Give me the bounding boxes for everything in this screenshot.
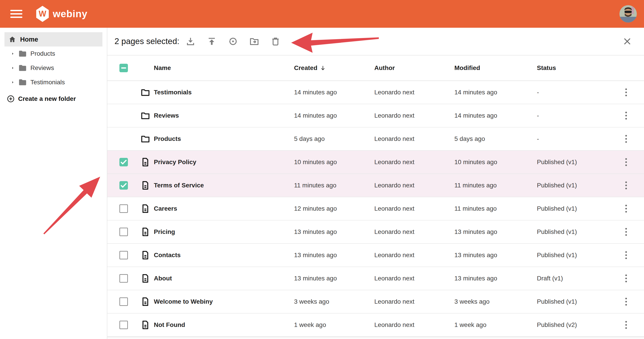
row-name[interactable]: Reviews xyxy=(154,112,179,119)
folder-icon xyxy=(18,49,27,58)
row-menu-button[interactable] xyxy=(621,203,632,214)
row-created: 13 minutes ago xyxy=(294,252,337,259)
row-created: 1 week ago xyxy=(294,321,326,328)
table-row[interactable]: About 13 minutes ago Leonardo next 13 mi… xyxy=(107,267,644,290)
folder-tree-sidebar: Home Products Reviews Testimonials Creat… xyxy=(0,28,107,339)
sidebar-folder-label: Testimonials xyxy=(30,79,65,86)
close-selection-button[interactable] xyxy=(622,37,632,46)
table-row[interactable]: Not Found 1 week ago Leonardo next 1 wee… xyxy=(107,314,644,337)
page-list-panel: 2 pages selected: Name Created Author Mo… xyxy=(107,28,644,339)
table-row[interactable]: Testimonials 14 minutes ago Leonardo nex… xyxy=(107,81,644,104)
hamburger-menu-icon[interactable] xyxy=(10,10,22,18)
row-status: Published (v1) xyxy=(537,158,577,166)
check-icon xyxy=(120,181,128,190)
row-name[interactable]: Products xyxy=(154,135,181,142)
row-name[interactable]: Contacts xyxy=(154,252,181,259)
row-modified: 11 minutes ago xyxy=(454,182,497,189)
table-row[interactable]: Careers 12 minutes ago Leonardo next 11 … xyxy=(107,197,644,220)
row-status: Published (v1) xyxy=(537,228,577,236)
sidebar-folder-label: Products xyxy=(30,50,55,57)
user-avatar[interactable] xyxy=(620,5,637,22)
row-checkbox[interactable] xyxy=(120,204,128,213)
column-header-author[interactable]: Author xyxy=(374,64,395,72)
row-menu-button[interactable] xyxy=(621,157,632,168)
row-name[interactable]: Testimonials xyxy=(154,89,192,96)
row-menu-button[interactable] xyxy=(621,226,632,237)
move-to-folder-button[interactable] xyxy=(249,36,260,46)
row-menu-button[interactable] xyxy=(621,320,632,330)
row-checkbox-checked[interactable] xyxy=(120,181,128,190)
chevron-right-icon[interactable] xyxy=(11,80,15,84)
restore-button[interactable] xyxy=(228,36,238,46)
row-checkbox[interactable] xyxy=(120,298,128,306)
row-menu-button[interactable] xyxy=(621,180,632,191)
row-author: Leonardo next xyxy=(374,158,414,166)
row-name[interactable]: Privacy Policy xyxy=(154,158,196,166)
row-author: Leonardo next xyxy=(374,135,414,142)
row-status: Published (v1) xyxy=(537,182,577,189)
publish-button[interactable] xyxy=(206,36,217,46)
row-menu-button[interactable] xyxy=(621,296,632,307)
row-name[interactable]: About xyxy=(154,275,172,282)
sidebar-item-testimonials[interactable]: Testimonials xyxy=(0,75,107,90)
download-button[interactable] xyxy=(185,36,196,46)
row-checkbox[interactable] xyxy=(120,251,128,260)
row-author: Leonardo next xyxy=(374,252,414,259)
sidebar-item-products[interactable]: Products xyxy=(0,46,107,61)
row-checkbox[interactable] xyxy=(120,274,128,283)
column-header-modified[interactable]: Modified xyxy=(454,64,480,72)
delete-button[interactable] xyxy=(270,36,281,46)
row-created: 11 minutes ago xyxy=(294,182,336,189)
row-menu-button[interactable] xyxy=(621,110,632,121)
chevron-right-icon[interactable] xyxy=(11,52,15,56)
folder-icon xyxy=(140,88,150,97)
row-modified: 5 days ago xyxy=(454,135,485,142)
row-status: Published (v1) xyxy=(537,298,577,305)
row-checkbox-checked[interactable] xyxy=(120,158,128,166)
chevron-right-icon[interactable] xyxy=(11,66,15,70)
sidebar-item-home[interactable]: Home xyxy=(4,32,102,46)
sidebar-item-reviews[interactable]: Reviews xyxy=(0,61,107,75)
row-menu-button[interactable] xyxy=(621,250,632,260)
column-header-status[interactable]: Status xyxy=(537,64,556,72)
create-new-folder-button[interactable]: Create a new folder xyxy=(0,92,107,106)
row-author: Leonardo next xyxy=(374,182,414,189)
table-row[interactable]: Terms of Service 11 minutes ago Leonardo… xyxy=(107,174,644,197)
row-menu-button[interactable] xyxy=(621,134,632,144)
table-row[interactable]: Pricing 13 minutes ago Leonardo next 13 … xyxy=(107,220,644,244)
folder-icon xyxy=(18,78,27,87)
row-author: Leonardo next xyxy=(374,89,414,96)
row-name[interactable]: Not Found xyxy=(154,321,185,328)
row-author: Leonardo next xyxy=(374,112,414,119)
kebab-menu-icon xyxy=(621,87,632,98)
row-checkbox[interactable] xyxy=(120,228,128,236)
row-menu-button[interactable] xyxy=(621,87,632,98)
table-row[interactable]: Products 5 days ago Leonardo next 5 days… xyxy=(107,128,644,151)
kebab-menu-icon xyxy=(621,203,632,214)
column-header-created[interactable]: Created xyxy=(294,64,326,72)
row-name[interactable]: Careers xyxy=(154,205,177,212)
column-header-name[interactable]: Name xyxy=(154,64,171,72)
row-menu-button[interactable] xyxy=(621,273,632,284)
table-row[interactable]: Welcome to Webiny 3 weeks ago Leonardo n… xyxy=(107,290,644,314)
row-modified: 13 minutes ago xyxy=(454,228,497,236)
sort-desc-icon[interactable] xyxy=(320,64,326,71)
row-name[interactable]: Pricing xyxy=(154,228,175,236)
home-icon xyxy=(8,36,16,43)
table-row[interactable]: Privacy Policy 10 minutes ago Leonardo n… xyxy=(107,151,644,174)
table-row[interactable]: Reviews 14 minutes ago Leonardo next 14 … xyxy=(107,104,644,128)
row-created: 13 minutes ago xyxy=(294,275,337,282)
row-created: 10 minutes ago xyxy=(294,158,337,166)
row-created: 13 minutes ago xyxy=(294,228,337,236)
restore-icon xyxy=(228,36,238,46)
row-checkbox[interactable] xyxy=(120,321,128,329)
kebab-menu-icon xyxy=(621,250,632,260)
row-modified: 10 minutes ago xyxy=(454,158,497,166)
row-name[interactable]: Welcome to Webiny xyxy=(154,298,213,305)
column-header-created-label: Created xyxy=(294,64,317,72)
table-row[interactable]: Contacts 13 minutes ago Leonardo next 13… xyxy=(107,244,644,267)
row-name[interactable]: Terms of Service xyxy=(154,182,204,189)
select-all-checkbox[interactable] xyxy=(120,64,128,72)
kebab-menu-icon xyxy=(621,273,632,284)
row-author: Leonardo next xyxy=(374,228,414,236)
